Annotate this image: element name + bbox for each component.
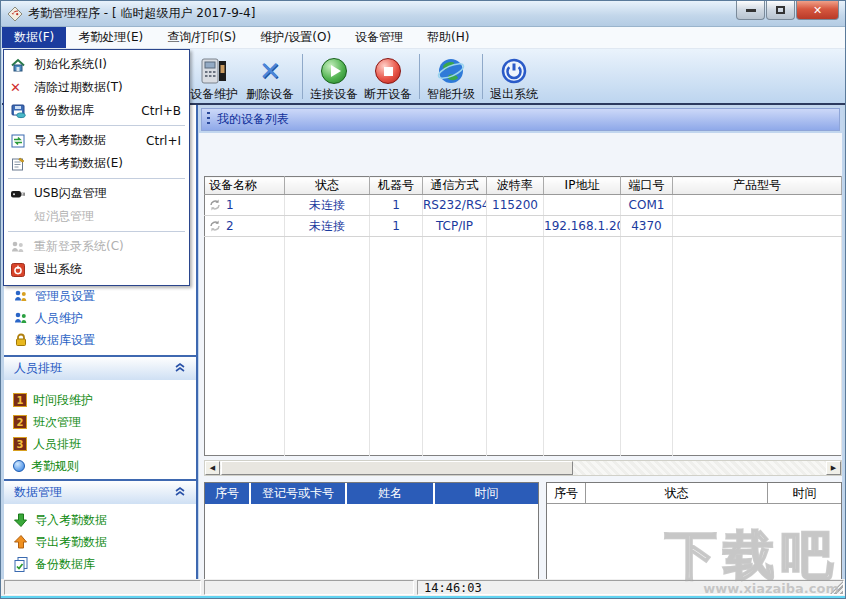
column-header-port[interactable]: 端口号: [621, 177, 673, 195]
sidebar-item-label: 导入考勤数据: [35, 512, 107, 529]
close-button[interactable]: ✕: [796, 1, 839, 20]
column-header-name[interactable]: 姓名: [347, 483, 435, 504]
maximize-button[interactable]: [766, 1, 795, 20]
section-header-scheduling[interactable]: 人员排班: [4, 355, 196, 380]
menu-item-usb-flash-management[interactable]: USB闪盘管理: [4, 182, 189, 205]
sidebar-item-label: 管理员设置: [35, 288, 95, 305]
exit-system-button[interactable]: 退出系统: [486, 52, 542, 101]
sidebar-item-personnel-scheduling[interactable]: 3 人员排班: [4, 433, 196, 455]
empty-table-area: [205, 237, 842, 456]
scroll-right-arrow[interactable]: ▶: [826, 461, 841, 475]
title-bar: 考勤管理程序 - [ 临时超级用户 2017-9-4] ✕: [1, 1, 846, 27]
table-row[interactable]: 2 未连接 1 TCP/IP 192.168.1.201 4370: [205, 216, 842, 237]
scroll-thumb[interactable]: [221, 461, 573, 475]
menu-item-exit-system[interactable]: 退出系统: [4, 258, 189, 281]
column-header-comm-mode[interactable]: 通信方式: [423, 177, 487, 195]
window-controls: ✕: [735, 1, 839, 20]
column-header-product-model[interactable]: 产品型号: [673, 177, 842, 195]
collapse-chevron-icon[interactable]: [174, 485, 186, 500]
status-bar: 14:46:03: [1, 579, 846, 596]
backup-disk-icon: [10, 103, 34, 119]
app-window: 考勤管理程序 - [ 临时超级用户 2017-9-4] ✕ 数据(F) 考勤处理…: [0, 0, 846, 599]
column-header-reg-or-card-no[interactable]: 登记号或卡号: [251, 483, 347, 504]
cell-comm-mode: TCP/IP: [423, 216, 487, 237]
toolbar-button-label: 退出系统: [490, 87, 538, 101]
toolbar-button-label: 断开设备: [364, 87, 412, 101]
column-header-index[interactable]: 序号: [205, 483, 251, 504]
smart-upgrade-button[interactable]: 智能升级: [423, 52, 479, 101]
device-maintain-button[interactable]: 设备维护: [186, 52, 242, 101]
device-table-hscrollbar[interactable]: ◀ ▶: [204, 460, 842, 476]
cell-device-name: 2: [226, 219, 234, 233]
lock-icon: [13, 332, 29, 348]
column-header-time[interactable]: 时间: [768, 483, 841, 503]
minimize-button[interactable]: [736, 1, 765, 20]
column-header-ip-address[interactable]: IP地址: [544, 177, 621, 195]
column-header-index[interactable]: 序号: [547, 483, 586, 503]
menu-help[interactable]: 帮助(H): [415, 27, 481, 48]
sidebar-item-database-settings[interactable]: 数据库设置: [4, 329, 196, 351]
sync-icon: [208, 219, 222, 233]
delete-device-button[interactable]: ✕ 删除设备: [242, 52, 298, 101]
column-header-device-name[interactable]: 设备名称: [205, 177, 285, 195]
menu-item-import-attendance-data[interactable]: 导入考勤数据 Ctrl+I: [4, 129, 189, 152]
delete-x-icon: ✕: [259, 55, 281, 87]
menu-device-management[interactable]: 设备管理: [343, 27, 415, 48]
device-table: 设备名称 状态 机器号 通信方式 波特率 IP地址 端口号 产品型号 1 未连接…: [204, 176, 842, 456]
sidebar-item-import-attendance[interactable]: 导入考勤数据: [4, 509, 196, 531]
sidebar-scheduling-group: 1 时间段维护 2 班次管理 3 人员排班 考勤规则: [4, 389, 196, 477]
menu-item-backup-database[interactable]: 备份数据库 Ctrl+B: [4, 99, 189, 122]
column-header-time[interactable]: 时间: [435, 483, 538, 504]
cell-port: COM1: [621, 195, 673, 216]
column-header-machine-no[interactable]: 机器号: [370, 177, 423, 195]
main-area: 我的设备列表 设备名称 状态 机器号 通信方式 波特率 IP地址 端口号 产品型…: [198, 105, 843, 579]
menu-query-print[interactable]: 查询/打印(S): [155, 27, 248, 48]
menu-item-clear-expired-data[interactable]: ✕ 清除过期数据(T): [4, 76, 189, 99]
sidebar-item-shift-management[interactable]: 2 班次管理: [4, 411, 196, 433]
sidebar-item-timeslot-maintain[interactable]: 1 时间段维护: [4, 389, 196, 411]
menu-data[interactable]: 数据(F): [2, 27, 66, 48]
menu-shortcut: Ctrl+B: [141, 104, 181, 118]
menu-item-label: 导入考勤数据: [34, 132, 106, 149]
import-arrows-icon: [10, 133, 34, 149]
column-header-baud-rate[interactable]: 波特率: [487, 177, 544, 195]
scroll-left-arrow[interactable]: ◀: [205, 461, 220, 475]
sidebar-data-group: 导入考勤数据 导出考勤数据 备份数据库: [4, 509, 196, 575]
two-users-icon: [13, 310, 29, 326]
menu-item-label: 导出考勤数据(E): [34, 155, 123, 172]
menu-maintain-settings[interactable]: 维护/设置(O): [248, 27, 343, 48]
window-title: 考勤管理程序 - [ 临时超级用户 2017-9-4]: [28, 5, 255, 22]
data-dropdown-menu: 初始化系统(I) ✕ 清除过期数据(T) 备份数据库 Ctrl+B 导入考勤数据…: [3, 49, 190, 286]
number-1-icon: 1: [13, 393, 27, 407]
menu-attendance[interactable]: 考勤处理(E): [66, 27, 155, 48]
sidebar-item-admin-settings[interactable]: 管理员设置: [4, 285, 196, 307]
menu-item-export-attendance-data[interactable]: 导出考勤数据(E): [4, 152, 189, 175]
device-list-content: 设备名称 状态 机器号 通信方式 波特率 IP地址 端口号 产品型号 1 未连接…: [199, 133, 842, 579]
column-header-status[interactable]: 状态: [586, 483, 768, 503]
sync-icon: [208, 198, 222, 212]
close-icon: ✕: [813, 4, 822, 17]
sidebar-item-personnel-maintain[interactable]: 人员维护: [4, 307, 196, 329]
toolbar-button-label: 智能升级: [427, 87, 475, 101]
power-icon: [499, 55, 529, 87]
connect-device-button[interactable]: 连接设备: [306, 52, 362, 101]
cell-machine-no: 1: [370, 195, 423, 216]
sidebar-item-backup-database[interactable]: 备份数据库: [4, 553, 196, 575]
column-header-status[interactable]: 状态: [285, 177, 370, 195]
sidebar-item-export-attendance[interactable]: 导出考勤数据: [4, 531, 196, 553]
menu-item-initialize-system[interactable]: 初始化系统(I): [4, 53, 189, 76]
status-panel-time: 14:46:03: [417, 580, 844, 595]
panel-grip-icon[interactable]: [207, 112, 210, 127]
cell-ip-address: [544, 195, 621, 216]
blue-dot-icon: [13, 460, 25, 472]
table-row[interactable]: 1 未连接 1 RS232/RS485 115200 COM1: [205, 195, 842, 216]
section-header-data-management[interactable]: 数据管理: [4, 479, 196, 504]
toolbar-button-label: 删除设备: [246, 87, 294, 101]
app-icon: [7, 6, 23, 22]
sidebar-item-attendance-rules[interactable]: 考勤规则: [4, 455, 196, 477]
menu-item-label: 重新登录系统(C): [34, 238, 124, 255]
disconnect-device-button[interactable]: 断开设备: [360, 52, 416, 101]
backup-pages-icon: [13, 556, 29, 572]
green-down-arrow-icon: [13, 512, 29, 528]
collapse-chevron-icon[interactable]: [174, 361, 186, 376]
